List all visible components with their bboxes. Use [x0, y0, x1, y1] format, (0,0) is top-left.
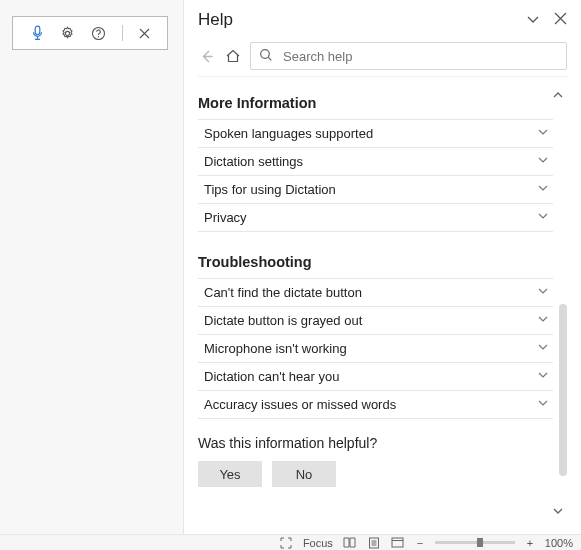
acc-label: Can't find the dictate button — [204, 285, 362, 300]
chevron-down-icon — [537, 154, 549, 169]
acc-tips[interactable]: Tips for using Dictation — [198, 176, 553, 204]
gear-icon[interactable] — [60, 26, 75, 41]
chevron-down-icon[interactable] — [526, 12, 540, 29]
chevron-up-icon[interactable] — [549, 86, 567, 104]
acc-languages[interactable]: Spoken languages supported — [198, 120, 553, 148]
section-more-information: More Information — [198, 95, 553, 111]
zoom-out-button[interactable]: − — [415, 537, 425, 549]
acc-label: Tips for using Dictation — [204, 182, 336, 197]
scrollbar-thumb[interactable] — [559, 304, 567, 476]
acc-label: Accuracy issues or missed words — [204, 397, 396, 412]
svg-point-1 — [97, 36, 98, 37]
status-bar: Focus − + 100% — [0, 534, 581, 550]
focus-label[interactable]: Focus — [303, 537, 333, 549]
acc-label: Dictate button is grayed out — [204, 313, 362, 328]
close-icon[interactable] — [554, 12, 567, 29]
help-title: Help — [198, 10, 233, 30]
read-mode-icon[interactable] — [343, 536, 357, 550]
search-icon — [259, 48, 273, 65]
acc-accuracy[interactable]: Accuracy issues or missed words — [198, 391, 553, 419]
chevron-down-icon — [537, 369, 549, 384]
feedback-yes-button[interactable]: Yes — [198, 461, 262, 487]
back-icon[interactable] — [198, 47, 216, 65]
mic-icon[interactable] — [31, 25, 44, 41]
chevron-down-icon — [537, 210, 549, 225]
chevron-down-icon[interactable] — [549, 502, 567, 520]
zoom-thumb[interactable] — [477, 538, 483, 547]
divider — [122, 25, 123, 41]
acc-privacy[interactable]: Privacy — [198, 204, 553, 232]
acc-label: Spoken languages supported — [204, 126, 373, 141]
help-content-scroll[interactable]: More Information Spoken languages suppor… — [198, 76, 567, 524]
chevron-down-icon — [537, 397, 549, 412]
acc-label: Dictation settings — [204, 154, 303, 169]
svg-point-2 — [261, 49, 270, 58]
chevron-down-icon — [537, 341, 549, 356]
chevron-down-icon — [537, 285, 549, 300]
chevron-down-icon — [537, 182, 549, 197]
dictation-toolbar — [12, 16, 168, 50]
acc-cant-find[interactable]: Can't find the dictate button — [198, 279, 553, 307]
feedback-question: Was this information helpful? — [198, 435, 553, 451]
print-layout-icon[interactable] — [367, 536, 381, 550]
svg-rect-4 — [392, 538, 403, 547]
help-icon[interactable] — [91, 26, 106, 41]
acc-grayed-out[interactable]: Dictate button is grayed out — [198, 307, 553, 335]
search-input[interactable] — [250, 42, 567, 70]
web-layout-icon[interactable] — [391, 536, 405, 550]
zoom-value[interactable]: 100% — [545, 537, 573, 549]
zoom-in-button[interactable]: + — [525, 537, 535, 549]
zoom-slider[interactable] — [435, 541, 515, 544]
chevron-down-icon — [537, 126, 549, 141]
acc-label: Dictation can't hear you — [204, 369, 339, 384]
close-icon[interactable] — [139, 28, 150, 39]
acc-label: Microphone isn't working — [204, 341, 347, 356]
help-panel: Help More Information — [184, 0, 581, 534]
acc-cant-hear[interactable]: Dictation can't hear you — [198, 363, 553, 391]
chevron-down-icon — [537, 313, 549, 328]
focus-icon[interactable] — [279, 536, 293, 550]
home-icon[interactable] — [224, 47, 242, 65]
feedback-no-button[interactable]: No — [272, 461, 336, 487]
acc-mic-not-working[interactable]: Microphone isn't working — [198, 335, 553, 363]
search-field[interactable] — [281, 48, 558, 65]
document-canvas — [0, 0, 184, 534]
section-troubleshooting: Troubleshooting — [198, 254, 553, 270]
acc-label: Privacy — [204, 210, 247, 225]
acc-dictation-settings[interactable]: Dictation settings — [198, 148, 553, 176]
